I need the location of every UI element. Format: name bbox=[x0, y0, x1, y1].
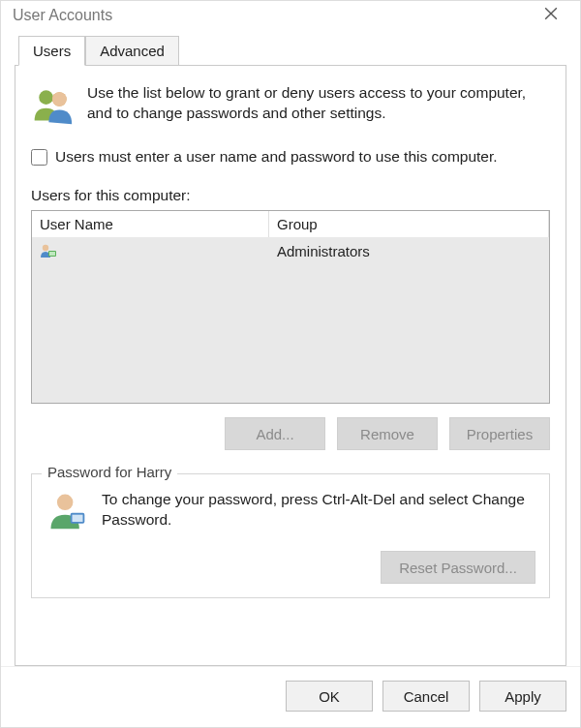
password-row: To change your password, press Ctrl-Alt-… bbox=[46, 490, 535, 535]
add-button[interactable]: Add... bbox=[225, 417, 325, 450]
svg-point-4 bbox=[52, 92, 67, 106]
apply-button[interactable]: Apply bbox=[479, 681, 566, 712]
tab-advanced[interactable]: Advanced bbox=[85, 36, 179, 66]
tab-users[interactable]: Users bbox=[18, 36, 85, 66]
svg-rect-10 bbox=[73, 515, 83, 522]
window-title: User Accounts bbox=[13, 7, 112, 24]
person-icon bbox=[46, 490, 88, 535]
cell-username bbox=[32, 240, 269, 264]
column-header-group[interactable]: Group bbox=[269, 211, 549, 237]
titlebar: User Accounts bbox=[1, 1, 580, 30]
user-row-icon bbox=[40, 243, 57, 261]
dialog-footer: OK Cancel Apply bbox=[1, 666, 580, 727]
cancel-button[interactable]: Cancel bbox=[382, 681, 470, 712]
properties-button[interactable]: Properties bbox=[449, 417, 550, 450]
must-enter-checkbox[interactable] bbox=[31, 149, 47, 166]
reset-password-button[interactable]: Reset Password... bbox=[381, 551, 535, 584]
table-row[interactable]: Administrators bbox=[32, 237, 549, 267]
password-groupbox: Password for Harry To change your passwo… bbox=[31, 473, 550, 598]
svg-rect-7 bbox=[49, 252, 55, 256]
must-enter-label: Users must enter a user name and passwor… bbox=[55, 148, 498, 166]
intro-text: Use the list below to grant or deny user… bbox=[87, 83, 550, 124]
ok-button[interactable]: OK bbox=[286, 681, 373, 712]
close-icon[interactable] bbox=[532, 7, 570, 24]
remove-button[interactable]: Remove bbox=[337, 417, 438, 450]
user-buttons-row: Add... Remove Properties bbox=[31, 417, 550, 450]
dialog-body: Users Advanced Use the list below to gra… bbox=[1, 30, 580, 666]
user-accounts-dialog: User Accounts Users Advanced bbox=[0, 0, 581, 728]
column-header-username[interactable]: User Name bbox=[32, 211, 269, 237]
tab-panel-users: Use the list below to grant or deny user… bbox=[15, 65, 566, 666]
tabs: Users Advanced bbox=[18, 36, 566, 66]
password-groupbox-legend: Password for Harry bbox=[42, 464, 177, 480]
users-listview[interactable]: User Name Group bbox=[31, 210, 550, 404]
svg-point-2 bbox=[39, 90, 53, 105]
svg-point-5 bbox=[43, 245, 48, 251]
must-enter-row[interactable]: Users must enter a user name and passwor… bbox=[31, 148, 550, 166]
users-icon bbox=[31, 83, 74, 129]
password-button-row: Reset Password... bbox=[46, 551, 535, 584]
listview-header: User Name Group bbox=[32, 211, 549, 237]
svg-point-8 bbox=[57, 495, 73, 510]
cell-group: Administrators bbox=[269, 240, 549, 264]
intro-row: Use the list below to grant or deny user… bbox=[31, 83, 550, 129]
password-text: To change your password, press Ctrl-Alt-… bbox=[102, 490, 535, 531]
users-list-label: Users for this computer: bbox=[31, 187, 550, 204]
